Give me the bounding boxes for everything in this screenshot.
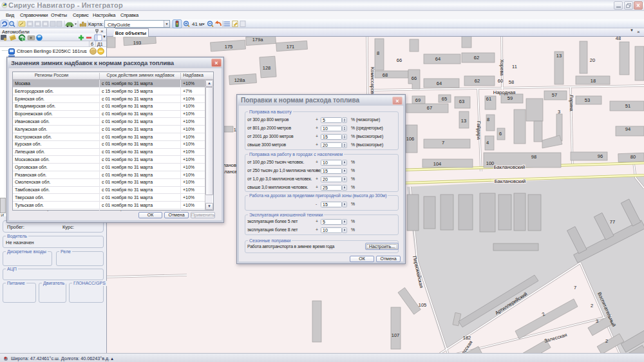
- svg-text:3: 3: [558, 109, 560, 115]
- svg-text:104: 104: [433, 161, 442, 167]
- svg-text:57: 57: [552, 92, 557, 98]
- svg-text:67: 67: [427, 105, 432, 111]
- svg-text:66: 66: [412, 75, 417, 81]
- svg-text:105: 105: [419, 302, 427, 308]
- svg-text:20: 20: [590, 57, 595, 63]
- svg-text:60: 60: [498, 78, 503, 84]
- svg-text:Комиссаров: Комиссаров: [370, 67, 375, 94]
- svg-text:100: 100: [486, 160, 495, 166]
- svg-text:Ларина: Ларина: [569, 95, 574, 112]
- svg-text:182: 182: [463, 335, 471, 341]
- svg-text:Баклановский: Баклановский: [495, 178, 526, 184]
- svg-text:2: 2: [591, 303, 593, 309]
- svg-text:7: 7: [574, 285, 576, 291]
- svg-text:94: 94: [625, 126, 630, 132]
- svg-text:69: 69: [415, 97, 421, 103]
- svg-text:6: 6: [499, 131, 502, 137]
- svg-text:64: 64: [437, 81, 442, 86]
- svg-text:Баклановский: Баклановский: [494, 164, 526, 170]
- svg-text:62: 62: [474, 55, 479, 61]
- svg-text:65: 65: [442, 96, 447, 102]
- svg-text:175: 175: [225, 44, 233, 50]
- svg-text:48: 48: [616, 37, 621, 41]
- svg-text:66: 66: [397, 57, 402, 63]
- svg-text:3: 3: [596, 318, 598, 324]
- svg-text:51: 51: [625, 103, 630, 109]
- svg-text:80: 80: [630, 154, 636, 160]
- svg-text:96: 96: [598, 153, 603, 159]
- svg-text:8: 8: [377, 50, 379, 56]
- svg-text:63: 63: [459, 99, 464, 104]
- svg-text:64: 64: [435, 56, 440, 62]
- svg-text:98: 98: [531, 154, 536, 160]
- svg-text:106: 106: [406, 136, 415, 142]
- svg-text:62: 62: [475, 78, 480, 84]
- svg-text:77: 77: [610, 219, 615, 225]
- svg-text:Гайдара: Гайдара: [476, 121, 482, 140]
- svg-text:7: 7: [442, 140, 444, 146]
- svg-text:179а: 179а: [252, 37, 264, 43]
- svg-text:Хорева: Хорева: [499, 59, 505, 76]
- svg-text:11: 11: [512, 64, 517, 70]
- svg-text:2: 2: [605, 338, 608, 344]
- svg-text:128: 128: [263, 65, 271, 71]
- svg-text:13: 13: [461, 118, 466, 124]
- svg-text:193: 193: [133, 40, 142, 46]
- svg-text:13: 13: [556, 53, 562, 59]
- svg-text:53: 53: [585, 97, 590, 103]
- svg-text:128а: 128а: [234, 77, 246, 83]
- svg-text:8: 8: [487, 117, 489, 122]
- svg-text:Народная: Народная: [493, 90, 516, 95]
- svg-text:4: 4: [486, 140, 489, 146]
- svg-text:171: 171: [287, 44, 295, 50]
- svg-text:18: 18: [591, 78, 596, 84]
- svg-text:107: 107: [392, 332, 400, 338]
- svg-text:61: 61: [486, 96, 491, 102]
- svg-text:68: 68: [383, 72, 388, 78]
- svg-text:59: 59: [507, 95, 513, 101]
- svg-text:58: 58: [509, 79, 514, 85]
